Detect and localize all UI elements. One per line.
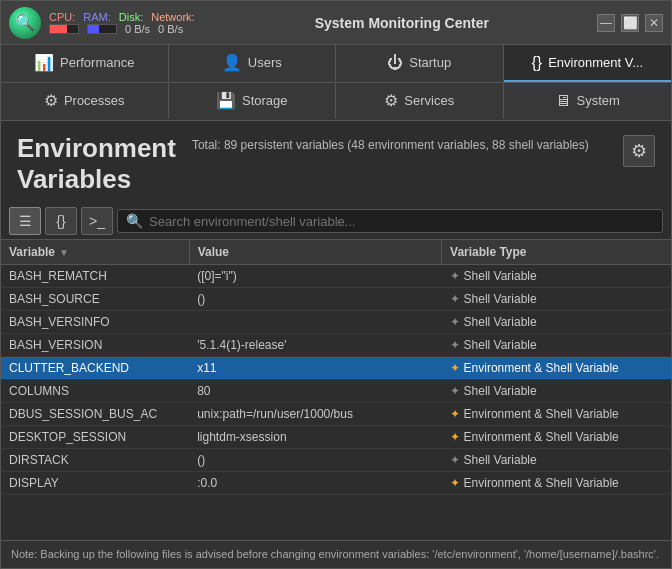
system-icon: 🖥 <box>555 92 571 110</box>
cell-value: () <box>189 449 441 472</box>
disk-label: Disk: <box>119 11 143 23</box>
services-icon: ⚙ <box>384 91 398 110</box>
braces-icon: {} <box>56 213 65 229</box>
search-box: 🔍 <box>117 209 663 233</box>
type-icon: ✦ <box>450 407 460 421</box>
tab-environment-label: Environment V... <box>548 55 643 70</box>
cell-variable: BASH_REMATCH <box>1 265 189 288</box>
table-header-row: Variable ▼ Value Variable Type <box>1 240 671 265</box>
variables-table: Variable ▼ Value Variable Type B <box>1 240 671 495</box>
tab-startup[interactable]: ⏻ Startup <box>336 45 504 82</box>
list-view-button[interactable]: ☰ <box>9 207 41 235</box>
tab-startup-label: Startup <box>409 55 451 70</box>
minimize-button[interactable]: — <box>597 14 615 32</box>
variable-col-label: Variable <box>9 245 55 259</box>
table-row[interactable]: DISPLAY :0.0 ✦Environment & Shell Variab… <box>1 472 671 495</box>
tab-performance-label: Performance <box>60 55 134 70</box>
cell-type: ✦Shell Variable <box>442 311 671 334</box>
tab-storage-label: Storage <box>242 93 288 108</box>
cell-value: ([0]="i") <box>189 265 441 288</box>
settings-button[interactable]: ⚙ <box>623 135 655 167</box>
users-icon: 👤 <box>222 53 242 72</box>
column-type: Variable Type <box>442 240 671 265</box>
ram-bar <box>87 24 117 34</box>
performance-icon: 📊 <box>34 53 54 72</box>
window-title: System Monitoring Center <box>207 15 597 31</box>
cell-variable: BASH_VERSION <box>1 334 189 357</box>
titlebar: 🔍 CPU: RAM: Disk: Network: 0 B/s 0 B/s S… <box>1 1 671 45</box>
type-col-label: Variable Type <box>450 245 526 259</box>
table-row[interactable]: DIRSTACK () ✦Shell Variable <box>1 449 671 472</box>
header-info: Total: 89 persistent variables (48 envir… <box>192 133 607 154</box>
table-row[interactable]: BASH_REMATCH ([0]="i") ✦Shell Variable <box>1 265 671 288</box>
tab-storage[interactable]: 💾 Storage <box>169 83 337 120</box>
tab-system-label: System <box>577 93 620 108</box>
cell-value: :0.0 <box>189 472 441 495</box>
cell-value: 80 <box>189 380 441 403</box>
ram-label: RAM: <box>83 11 111 23</box>
cpu-label: CPU: <box>49 11 75 23</box>
search-icon: 🔍 <box>126 213 143 229</box>
cell-type: ✦Shell Variable <box>442 265 671 288</box>
tab-processes[interactable]: ⚙ Processes <box>1 83 169 120</box>
cell-type: ✦Shell Variable <box>442 380 671 403</box>
type-icon: ✦ <box>450 430 460 444</box>
column-value: Value <box>189 240 441 265</box>
table-row[interactable]: DBUS_SESSION_BUS_AC unix:path=/run/user/… <box>1 403 671 426</box>
type-icon: ✦ <box>450 384 460 398</box>
nav-row-2: ⚙ Processes 💾 Storage ⚙ Services 🖥 Syste… <box>1 83 671 121</box>
cell-value: () <box>189 288 441 311</box>
sort-arrow-variable: ▼ <box>59 247 69 258</box>
type-icon: ✦ <box>450 269 460 283</box>
search-input[interactable] <box>149 214 654 229</box>
cell-type: ✦Shell Variable <box>442 334 671 357</box>
tab-performance[interactable]: 📊 Performance <box>1 45 169 82</box>
cell-value: unix:path=/run/user/1000/bus <box>189 403 441 426</box>
content-area: EnvironmentVariables Total: 89 persisten… <box>1 121 671 568</box>
main-window: 🔍 CPU: RAM: Disk: Network: 0 B/s 0 B/s S… <box>0 0 672 569</box>
cell-value: x11 <box>189 357 441 380</box>
cell-variable: CLUTTER_BACKEND <box>1 357 189 380</box>
cell-type: ✦Environment & Shell Variable <box>442 472 671 495</box>
type-icon: ✦ <box>450 315 460 329</box>
tab-environment[interactable]: {} Environment V... <box>504 45 672 82</box>
maximize-button[interactable]: ⬜ <box>621 14 639 32</box>
tab-users[interactable]: 👤 Users <box>169 45 337 82</box>
toolbar: ☰ {} >_ 🔍 <box>1 203 671 240</box>
cpu-bar <box>49 24 79 34</box>
table-row[interactable]: CLUTTER_BACKEND x11 ✦Environment & Shell… <box>1 357 671 380</box>
table-row[interactable]: BASH_VERSINFO ✦Shell Variable <box>1 311 671 334</box>
cell-variable: BASH_SOURCE <box>1 288 189 311</box>
terminal-icon: >_ <box>89 213 105 229</box>
table-body: BASH_REMATCH ([0]="i") ✦Shell Variable B… <box>1 265 671 495</box>
window-controls: — ⬜ ✕ <box>597 14 663 32</box>
braces-view-button[interactable]: {} <box>45 207 77 235</box>
storage-icon: 💾 <box>216 91 236 110</box>
metrics-area: CPU: RAM: Disk: Network: 0 B/s 0 B/s <box>49 11 195 35</box>
nav-row-1: 📊 Performance 👤 Users ⏻ Startup {} Envir… <box>1 45 671 83</box>
cell-variable: BASH_VERSINFO <box>1 311 189 334</box>
startup-icon: ⏻ <box>387 54 403 72</box>
table-row[interactable]: BASH_SOURCE () ✦Shell Variable <box>1 288 671 311</box>
tab-services[interactable]: ⚙ Services <box>336 83 504 120</box>
table-row[interactable]: COLUMNS 80 ✦Shell Variable <box>1 380 671 403</box>
cell-value <box>189 311 441 334</box>
table-row[interactable]: BASH_VERSION '5.1.4(1)-release' ✦Shell V… <box>1 334 671 357</box>
terminal-button[interactable]: >_ <box>81 207 113 235</box>
type-icon: ✦ <box>450 453 460 467</box>
table-row[interactable]: DESKTOP_SESSION lightdm-xsession ✦Enviro… <box>1 426 671 449</box>
cell-variable: DESKTOP_SESSION <box>1 426 189 449</box>
tab-processes-label: Processes <box>64 93 125 108</box>
type-icon: ✦ <box>450 292 460 306</box>
app-icon: 🔍 <box>9 7 41 39</box>
disk-speed: 0 B/s <box>125 23 150 35</box>
processes-icon: ⚙ <box>44 91 58 110</box>
close-button[interactable]: ✕ <box>645 14 663 32</box>
column-variable: Variable ▼ <box>1 240 189 265</box>
tab-system[interactable]: 🖥 System <box>504 83 672 120</box>
header-info-text: Total: 89 persistent variables (48 envir… <box>192 138 589 152</box>
cell-type: ✦Environment & Shell Variable <box>442 426 671 449</box>
value-col-label: Value <box>198 245 229 259</box>
cell-type: ✦Environment & Shell Variable <box>442 357 671 380</box>
cell-variable: DIRSTACK <box>1 449 189 472</box>
